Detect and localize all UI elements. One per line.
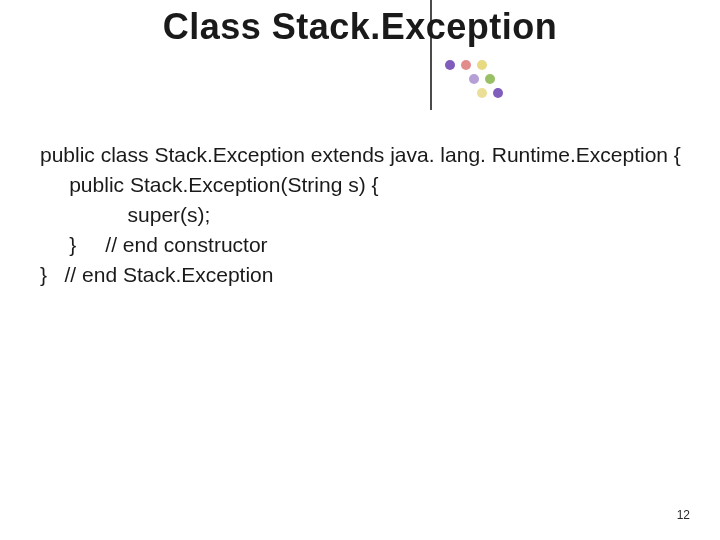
code-line: } // end constructor (40, 233, 268, 256)
slide-title: Class Stack.Exception (163, 6, 558, 48)
page-number: 12 (677, 508, 690, 522)
slide: Class Stack.Exception public class Stack… (0, 0, 720, 540)
dot-icon (477, 88, 487, 98)
dot-icon (469, 74, 479, 84)
dot-icon (477, 60, 487, 70)
dot-icon (461, 60, 471, 70)
title-container: Class Stack.Exception (0, 6, 720, 48)
code-line: } // end Stack.Exception (40, 263, 273, 286)
code-line: public Stack.Exception(String s) { (40, 173, 378, 196)
dot-icon (493, 88, 503, 98)
code-line: super(s); (40, 203, 210, 226)
code-block: public class Stack.Exception extends jav… (40, 140, 681, 290)
dot-icon (485, 74, 495, 84)
code-line: public class Stack.Exception extends jav… (40, 143, 681, 166)
dot-icon (445, 60, 455, 70)
